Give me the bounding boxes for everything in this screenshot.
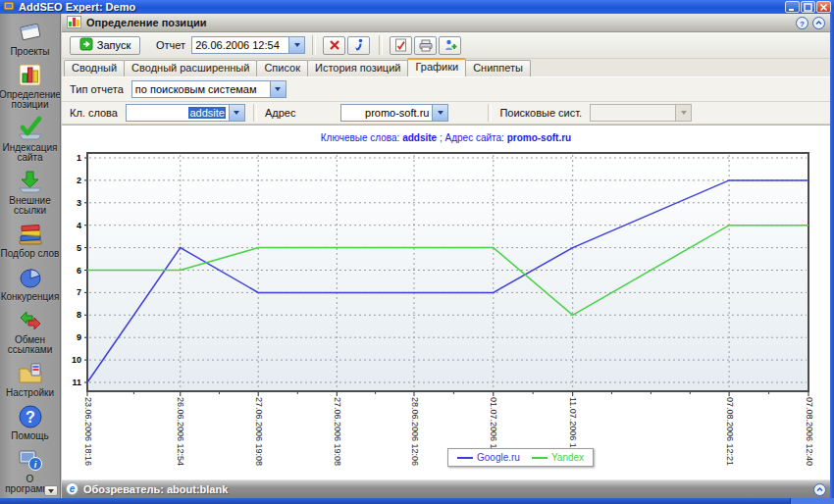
sidebar-item-indexing[interactable]: Индексация сайта xyxy=(1,115,60,163)
report-info-button[interactable] xyxy=(347,36,370,55)
competition-icon xyxy=(17,264,44,290)
sidebar-item-external-links[interactable]: Внешние ссылки xyxy=(1,168,60,216)
svg-text:28.06.2006 12:06: 28.06.2006 12:06 xyxy=(410,397,420,466)
sidebar: ПроектыОпределение позицииИндексация сай… xyxy=(0,14,61,498)
browser-icon: e xyxy=(66,482,78,497)
tab-position-history[interactable]: История позиций xyxy=(307,60,408,76)
sidebar-item-projects[interactable]: Проекты xyxy=(1,19,60,57)
sidebar-item-positions[interactable]: Определение позиции xyxy=(1,62,60,110)
tab-charts[interactable]: Графики xyxy=(407,58,466,76)
browser-expand-button[interactable] xyxy=(813,483,826,496)
report-type-row: Тип отчета по поисковым системам xyxy=(62,77,830,102)
app-icon xyxy=(3,0,15,14)
report-type-value: по поисковым системам xyxy=(132,81,270,97)
address-combo[interactable]: promo-soft.ru xyxy=(340,104,448,122)
edit-report-button[interactable] xyxy=(390,36,412,55)
svg-text:5: 5 xyxy=(77,243,81,253)
sidebar-item-help[interactable]: ?Помощь xyxy=(1,403,60,441)
sidebar-item-keywords[interactable]: Подбор слов xyxy=(1,221,60,259)
chart-legend: Google.ruYandex xyxy=(447,448,594,467)
svg-text:10: 10 xyxy=(72,355,81,365)
report-type-combo[interactable]: по поисковым системам xyxy=(131,80,287,98)
legend-item: Google.ru xyxy=(457,452,520,463)
filters-row: Кл. слова addsite Адрес promo-soft.ru По… xyxy=(62,102,830,125)
toolbar-separator xyxy=(379,35,383,55)
main-panel: Определение позиции ? Запуск Отчет 26.06… xyxy=(61,14,830,498)
engines-combo[interactable] xyxy=(590,104,692,122)
export-button[interactable] xyxy=(439,36,461,55)
projects-icon xyxy=(17,19,44,45)
chevron-down-icon xyxy=(229,105,244,121)
indexing-icon xyxy=(17,115,44,141)
tab-summary-extended[interactable]: Сводный расширенный xyxy=(124,60,257,76)
legend-swatch xyxy=(532,457,547,459)
panel-help-button[interactable]: ? xyxy=(796,17,808,29)
printer-icon xyxy=(419,39,433,52)
address-value: promo-soft.ru xyxy=(341,105,432,121)
svg-text:07.08.2006 12:21: 07.08.2006 12:21 xyxy=(725,397,735,466)
legend-item: Yandex xyxy=(532,452,584,463)
chevron-down-icon xyxy=(270,81,286,97)
engines-value xyxy=(591,105,675,121)
external-links-icon xyxy=(17,168,44,194)
chevron-down-icon xyxy=(48,489,54,496)
tab-snippets[interactable]: Сниппеты xyxy=(465,60,531,76)
keywords-label: Кл. слова xyxy=(70,107,118,119)
window-title: AddSEO Expert: Demo xyxy=(19,1,784,13)
sidebar-item-label: Проекты xyxy=(10,47,49,57)
positions-panel-icon xyxy=(67,16,81,30)
keywords-icon xyxy=(17,221,44,247)
keywords-combo[interactable]: addsite xyxy=(126,104,245,122)
svg-text:9: 9 xyxy=(77,332,81,342)
browser-bar[interactable]: e Обозреватель: about:blank xyxy=(62,479,830,498)
report-date-combo[interactable]: 26.06.2006 12:54 xyxy=(191,36,305,54)
sidebar-item-settings[interactable]: Настройки xyxy=(1,360,60,398)
report-label: Отчет xyxy=(156,39,185,51)
svg-text:?: ? xyxy=(26,409,35,426)
svg-text:11: 11 xyxy=(72,378,81,387)
chart-title: Ключевые слова: addsite ; Адрес сайта: p… xyxy=(62,132,830,143)
delete-report-button[interactable] xyxy=(323,36,345,55)
svg-text:7: 7 xyxy=(77,287,81,297)
sidebar-item-label: Внешние ссылки xyxy=(1,196,60,216)
run-button-label: Запуск xyxy=(97,39,130,51)
run-icon xyxy=(79,37,93,53)
sidebar-item-label: Помощь xyxy=(11,431,49,441)
maximize-button[interactable] xyxy=(801,1,815,13)
svg-text:26.06.2006 12:54: 26.06.2006 12:54 xyxy=(176,397,185,466)
tab-list[interactable]: Список xyxy=(256,60,308,76)
sidebar-item-label: Определение позиции xyxy=(0,90,61,110)
window-border-right xyxy=(830,14,834,498)
browser-bar-label: Обозреватель: about:blank xyxy=(83,483,809,495)
svg-text:07.08.2006 12:40: 07.08.2006 12:40 xyxy=(805,397,814,466)
title-bar: AddSEO Expert: Demo xyxy=(0,0,834,14)
sidebar-item-label: Подбор слов xyxy=(1,249,60,259)
run-button[interactable]: Запуск xyxy=(70,36,140,55)
print-button[interactable] xyxy=(414,36,437,55)
toolbar-separator xyxy=(312,35,316,55)
svg-text:27.06.2006 19:08: 27.06.2006 19:08 xyxy=(254,397,264,466)
sidebar-scroll-down-button[interactable] xyxy=(44,485,58,496)
legend-swatch xyxy=(457,457,473,459)
sidebar-item-competition[interactable]: Конкуренция xyxy=(1,264,60,302)
positions-line-chart: 123456789101123.06.2006 18:1626.06.2006 … xyxy=(62,126,830,469)
engines-label: Поисковые сист. xyxy=(499,107,582,119)
svg-text:4: 4 xyxy=(77,221,81,230)
minimize-button[interactable] xyxy=(785,1,800,13)
sidebar-item-label: Индексация сайта xyxy=(1,143,60,163)
svg-text:e: e xyxy=(70,483,76,494)
panel-collapse-button[interactable] xyxy=(812,17,825,29)
svg-text:?: ? xyxy=(800,19,805,27)
close-button[interactable] xyxy=(816,1,831,13)
resize-grip[interactable] xyxy=(790,498,834,504)
positions-icon xyxy=(17,62,43,88)
report-date-value: 26.06.2006 12:54 xyxy=(192,37,288,53)
tab-bar: СводныйСводный расширенныйСписокИстория … xyxy=(62,59,830,77)
address-label: Адрес xyxy=(265,107,296,119)
svg-text:3: 3 xyxy=(77,198,81,208)
sidebar-item-link-exchange[interactable]: Обмен ссылками xyxy=(1,307,60,355)
svg-text:6: 6 xyxy=(77,266,81,276)
export-person-plus-icon xyxy=(443,38,457,52)
settings-icon xyxy=(17,360,44,386)
tab-summary[interactable]: Сводный xyxy=(64,60,125,76)
